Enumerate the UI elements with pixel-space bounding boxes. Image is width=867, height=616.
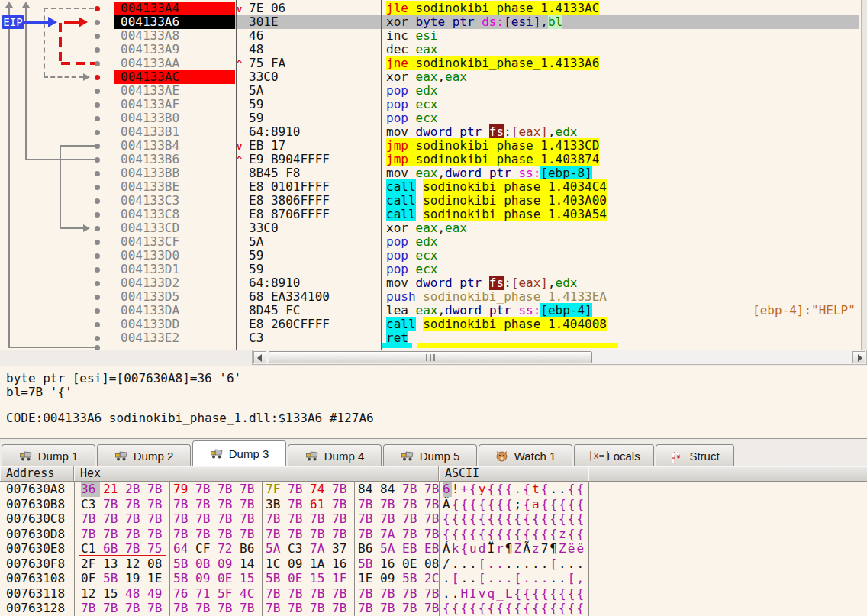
- ascii-char[interactable]: {: [496, 482, 505, 497]
- hex-byte[interactable]: 7B: [424, 482, 443, 497]
- ascii-char[interactable]: .: [505, 571, 514, 586]
- hex-byte[interactable]: 7B: [358, 601, 377, 616]
- ascii-char[interactable]: {: [532, 511, 541, 527]
- disasm-row[interactable]: 004133AF59pop ecx: [114, 98, 859, 111]
- hex-byte[interactable]: 7B: [288, 527, 307, 542]
- ascii-char[interactable]: .: [488, 571, 497, 586]
- address-cell[interactable]: 004133A4: [114, 2, 235, 15]
- hex-byte[interactable]: 7B: [380, 511, 399, 527]
- ascii-char[interactable]: {: [443, 527, 452, 542]
- hex-byte[interactable]: 5F: [218, 586, 237, 601]
- hex-byte[interactable]: 76: [173, 586, 192, 601]
- hex-byte[interactable]: 7B: [173, 601, 192, 616]
- ascii-char[interactable]: .: [452, 556, 461, 572]
- ascii-char[interactable]: {: [443, 601, 452, 616]
- address-cell[interactable]: 004133C8: [114, 208, 235, 221]
- hex-byte[interactable]: 5B: [173, 556, 192, 572]
- ascii-char[interactable]: {: [505, 497, 514, 512]
- hex-byte[interactable]: EB: [424, 541, 443, 556]
- ascii-char[interactable]: {: [488, 601, 497, 616]
- hex-byte[interactable]: CF: [195, 541, 214, 556]
- ascii-char[interactable]: {: [469, 601, 479, 616]
- hex-byte[interactable]: C3: [288, 541, 307, 556]
- ascii-char[interactable]: Z: [559, 541, 568, 556]
- hex-byte[interactable]: 0E: [402, 556, 421, 572]
- instruction-dot[interactable]: [95, 89, 100, 94]
- hex-byte[interactable]: B6: [358, 541, 377, 556]
- hex-byte[interactable]: 1E: [147, 571, 166, 586]
- hex-byte[interactable]: 71: [195, 586, 214, 601]
- ascii-char[interactable]: {: [577, 497, 586, 512]
- hex-byte[interactable]: 5A: [380, 541, 399, 556]
- instruction-cell[interactable]: call sodinokibi_phase_1.404008: [380, 318, 748, 331]
- ascii-char[interactable]: {: [460, 527, 469, 542]
- ascii-char[interactable]: k: [452, 541, 461, 556]
- hex-byte[interactable]: 5A: [266, 541, 285, 556]
- hex-byte[interactable]: 5B: [173, 571, 192, 586]
- hex-byte[interactable]: 7B: [218, 482, 237, 497]
- instruction-dot[interactable]: [95, 240, 100, 245]
- disasm-row[interactable]: 004133D159pop ecx: [114, 263, 859, 276]
- hex-byte[interactable]: 7B: [402, 482, 421, 497]
- hex-byte[interactable]: 7B: [288, 586, 307, 601]
- instruction-cell[interactable]: lea eax,dword ptr ss:[ebp-4]: [380, 304, 748, 318]
- hex-byte[interactable]: 14: [240, 556, 259, 572]
- hex-byte[interactable]: 08: [147, 556, 166, 572]
- instruction-cell[interactable]: pop ecx: [380, 263, 748, 276]
- ascii-char[interactable]: .: [559, 571, 568, 586]
- tab-struct[interactable]: Struct: [656, 444, 734, 466]
- hex-byte[interactable]: 7B: [380, 497, 399, 512]
- hex-byte[interactable]: 7B: [195, 482, 214, 497]
- hex-byte[interactable]: 7B: [103, 601, 122, 616]
- ascii-char[interactable]: H: [460, 586, 469, 601]
- hex-byte[interactable]: 7B: [125, 497, 144, 512]
- address-cell[interactable]: 004133CD: [114, 221, 235, 235]
- ascii-char[interactable]: .: [505, 556, 514, 572]
- ascii-char[interactable]: Z: [514, 541, 524, 556]
- ascii-char[interactable]: {: [460, 511, 469, 527]
- ascii-char[interactable]: [: [452, 571, 461, 586]
- hex-byte[interactable]: 7B: [402, 601, 421, 616]
- ascii-char[interactable]: .: [550, 571, 559, 586]
- hex-byte[interactable]: 7B: [173, 527, 192, 542]
- ascii-char[interactable]: {: [523, 497, 532, 512]
- disasm-row[interactable]: 004133DA8D45 FClea eax,dword ptr ss:[ebp…: [114, 304, 859, 318]
- hex-byte[interactable]: 15: [240, 571, 259, 586]
- instruction-cell[interactable]: jmp sodinokibi_phase_1.403874: [380, 153, 748, 166]
- ascii-char[interactable]: {: [541, 601, 550, 616]
- instruction-cell[interactable]: push sodinokibi_phase_1.4133EA: [380, 290, 748, 304]
- ascii-char[interactable]: {: [541, 586, 550, 601]
- instruction-dot[interactable]: [95, 47, 100, 53]
- ascii-char[interactable]: {: [505, 601, 514, 616]
- hex-byte[interactable]: 7B: [288, 497, 307, 512]
- hex-byte[interactable]: 7B: [266, 527, 285, 542]
- disasm-row[interactable]: 004133CF5Apop edx: [114, 235, 859, 249]
- ascii-char[interactable]: {: [460, 541, 469, 556]
- hex-byte[interactable]: 7B: [402, 497, 421, 512]
- tab-locals[interactable]: |x=|Locals: [574, 444, 654, 466]
- hex-byte[interactable]: 0B: [195, 556, 214, 572]
- ascii-char[interactable]: {: [479, 527, 488, 542]
- ascii-char[interactable]: {: [452, 527, 461, 542]
- ascii-char[interactable]: {: [496, 511, 505, 527]
- ascii-char[interactable]: .: [550, 482, 559, 497]
- ascii-char[interactable]: {: [541, 482, 550, 497]
- ascii-char[interactable]: {: [443, 511, 452, 527]
- ascii-char[interactable]: ;: [514, 497, 524, 512]
- ascii-char[interactable]: Ã: [443, 497, 452, 512]
- address-cell[interactable]: 004133A6: [114, 15, 235, 29]
- hex-byte[interactable]: 7B: [147, 497, 166, 512]
- disasm-row[interactable]: 004133A4v7E 06jle sodinokibi_phase_1.413…: [114, 2, 859, 15]
- ascii-char[interactable]: .: [559, 556, 568, 572]
- ascii-char[interactable]: ë: [577, 541, 586, 556]
- ascii-char[interactable]: {: [550, 601, 559, 616]
- ascii-char[interactable]: {: [568, 511, 577, 527]
- ascii-char[interactable]: {: [568, 527, 577, 542]
- ascii-char[interactable]: {: [496, 497, 505, 512]
- hex-byte[interactable]: 7B: [332, 497, 351, 512]
- ascii-char[interactable]: {: [550, 497, 559, 512]
- ascii-char[interactable]: y: [479, 482, 488, 497]
- instruction-dot[interactable]: [95, 61, 100, 66]
- instruction-dot[interactable]: [95, 34, 100, 39]
- ascii-char[interactable]: .: [469, 556, 479, 572]
